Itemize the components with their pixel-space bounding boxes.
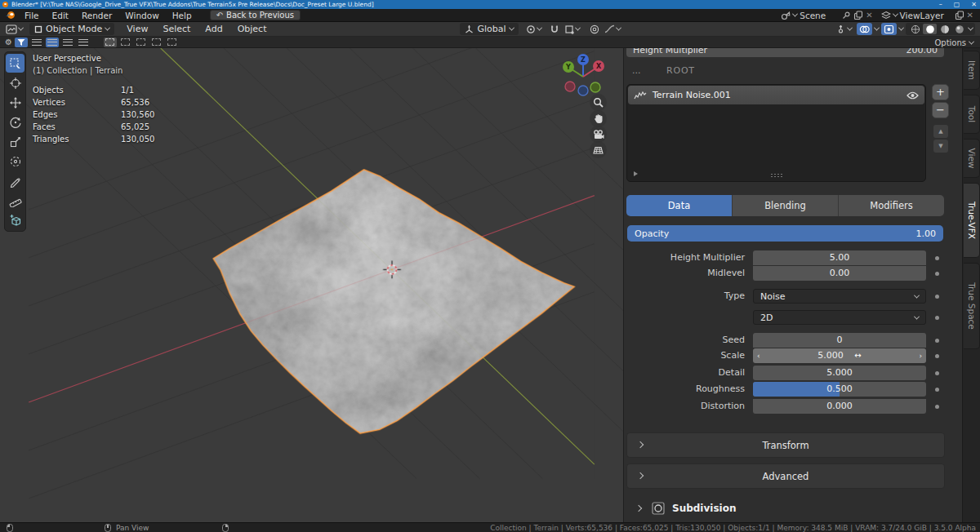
decrement-arrow[interactable]: ‹ xyxy=(757,348,760,363)
select-mode-invert-button[interactable] xyxy=(150,38,163,47)
navigation-gizmo[interactable]: Z Y X xyxy=(560,50,608,100)
menu-window[interactable]: Window xyxy=(118,9,165,22)
midlevel-field[interactable]: 0.00 xyxy=(753,266,926,281)
proportional-editing-button[interactable] xyxy=(587,23,602,35)
menu-object[interactable]: Object xyxy=(230,22,274,37)
viewport-3d[interactable]: User Perspective (1) Collection | Terrai… xyxy=(0,48,623,522)
menu-view[interactable]: View xyxy=(119,22,155,37)
decorator-dot[interactable] xyxy=(935,272,939,276)
gizmo-y-neg-axis[interactable] xyxy=(590,82,600,92)
subdivision-panel-header[interactable]: Subdivision xyxy=(624,498,951,519)
menu-edit[interactable]: Edit xyxy=(46,9,75,22)
tool-tweak-select[interactable] xyxy=(6,54,24,73)
pan-view-button[interactable] xyxy=(590,110,607,127)
options-dropdown[interactable]: Options xyxy=(934,37,973,48)
minimize-button[interactable]: – xyxy=(939,0,942,9)
gizmo-x-neg-axis[interactable] xyxy=(565,82,575,91)
close-button[interactable]: ✕ xyxy=(971,0,977,9)
select-mode-intersect-button[interactable] xyxy=(166,38,179,47)
menu-add[interactable]: Add xyxy=(198,22,229,37)
tab-true-space[interactable]: True Space xyxy=(964,263,980,349)
display-mode-1-button[interactable] xyxy=(30,38,43,47)
select-mode-subtract-button[interactable] xyxy=(135,38,148,47)
decorator-dot[interactable] xyxy=(935,339,939,343)
decorator-dot[interactable] xyxy=(935,388,939,392)
seed-field[interactable]: 0 xyxy=(753,333,926,348)
height-multiplier-field[interactable]: 5.00 xyxy=(753,250,926,265)
shading-material-button[interactable] xyxy=(938,24,951,34)
height-multiplier-top-slider[interactable]: Height Multiplier 200.00 xyxy=(626,48,944,57)
overlays-toggle[interactable] xyxy=(857,23,872,35)
new-viewlayer-icon[interactable] xyxy=(955,11,964,20)
breadcrumb-dots-button[interactable]: ... xyxy=(632,65,641,76)
shading-wireframe-button[interactable] xyxy=(908,24,922,34)
filter-button[interactable] xyxy=(15,38,28,47)
increment-arrow[interactable]: › xyxy=(919,348,922,363)
menu-help[interactable]: Help xyxy=(166,9,198,22)
advanced-panel-header[interactable]: Advanced xyxy=(626,463,945,489)
visibility-eye-icon[interactable] xyxy=(906,91,919,100)
tool-rotate[interactable] xyxy=(6,113,24,131)
unlink-scene-icon[interactable]: ✕ xyxy=(866,11,872,20)
decorator-dot[interactable] xyxy=(935,295,939,299)
menu-render[interactable]: Render xyxy=(75,9,118,22)
tool-settings-gear-icon[interactable]: ⚙ xyxy=(5,38,12,47)
select-mode-new-button[interactable] xyxy=(104,38,117,47)
list-item-terrain-noise[interactable]: Terrain Noise.001 xyxy=(628,86,924,104)
move-layer-down-button[interactable]: ▼ xyxy=(933,140,948,153)
tab-data[interactable]: Data xyxy=(626,195,733,216)
decorator-dot[interactable] xyxy=(935,256,939,260)
breadcrumb-root[interactable]: ROOT xyxy=(666,65,695,76)
back-to-previous-button[interactable]: ↶ Back to Previous xyxy=(210,10,301,20)
add-layer-button[interactable]: + xyxy=(932,84,949,100)
move-layer-up-button[interactable]: ▲ xyxy=(933,125,948,138)
roughness-slider[interactable]: 0.500 xyxy=(753,382,926,397)
menu-select[interactable]: Select xyxy=(155,22,198,37)
camera-view-button[interactable] xyxy=(590,126,607,143)
display-mode-4-button[interactable] xyxy=(77,38,90,47)
transform-panel-header[interactable]: Transform xyxy=(626,432,945,458)
shading-chevron[interactable] xyxy=(968,25,973,31)
tab-view[interactable]: View xyxy=(964,139,980,178)
viewlayer-selector[interactable]: ViewLayer ✕ xyxy=(881,11,973,20)
shading-rendered-button[interactable] xyxy=(952,24,966,34)
maximize-button[interactable]: ▢ xyxy=(954,0,960,9)
decorator-dot[interactable] xyxy=(935,371,939,375)
display-mode-2-button[interactable] xyxy=(46,38,59,47)
snap-toggle-button[interactable] xyxy=(547,23,562,35)
tool-measure[interactable] xyxy=(6,191,24,210)
list-resize-grip[interactable] xyxy=(770,173,783,178)
zoom-view-button[interactable] xyxy=(590,94,607,111)
decorator-dot[interactable] xyxy=(935,316,939,320)
decorator-dot[interactable] xyxy=(935,405,939,409)
new-scene-icon[interactable] xyxy=(853,11,863,20)
proportional-falloff-dropdown[interactable] xyxy=(602,23,623,35)
editor-type-button[interactable] xyxy=(3,23,25,35)
tool-scale[interactable] xyxy=(6,132,24,151)
opacity-slider[interactable]: Opacity 1.00 xyxy=(627,225,943,242)
terrain-stack-list[interactable]: Terrain Noise.001 xyxy=(626,84,926,182)
decorator-dot[interactable] xyxy=(935,354,939,358)
transform-orientation-dropdown[interactable]: Global xyxy=(460,23,518,35)
tool-annotate[interactable] xyxy=(6,171,24,190)
tool-transform[interactable] xyxy=(6,152,24,171)
show-gizmo-dropdown[interactable] xyxy=(833,23,854,35)
xray-chevron[interactable] xyxy=(898,25,904,31)
gizmo-z-neg-axis[interactable] xyxy=(578,86,588,95)
tab-true-vfx[interactable]: True-VFX xyxy=(964,183,980,258)
perspective-toggle-button[interactable] xyxy=(590,141,607,158)
tab-item[interactable]: Item xyxy=(964,51,980,90)
snap-target-dropdown[interactable] xyxy=(562,23,582,35)
tab-blending[interactable]: Blending xyxy=(733,195,839,216)
detail-field[interactable]: 5.000 xyxy=(753,366,926,380)
pin-icon[interactable] xyxy=(841,11,851,20)
remove-viewlayer-icon[interactable]: ✕ xyxy=(967,11,973,20)
tab-tool[interactable]: Tool xyxy=(964,95,980,134)
overlays-chevron[interactable] xyxy=(874,25,880,31)
select-mode-extend-button[interactable] xyxy=(119,38,132,47)
type-dropdown[interactable]: Noise xyxy=(753,289,926,304)
tool-cursor[interactable] xyxy=(6,73,24,92)
shading-solid-button[interactable] xyxy=(923,24,937,34)
remove-layer-button[interactable]: − xyxy=(932,102,949,118)
tab-modifiers[interactable]: Modifiers xyxy=(839,195,944,216)
